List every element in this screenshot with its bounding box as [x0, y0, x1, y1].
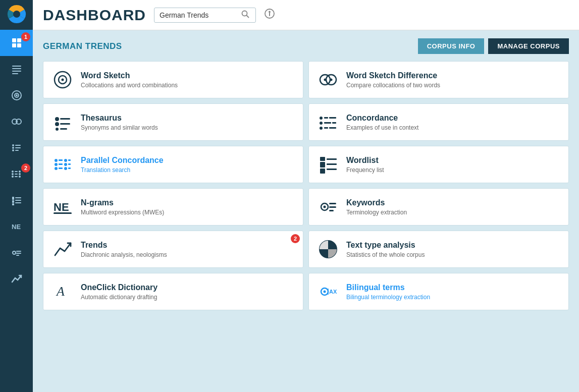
svg-rect-18	[15, 147, 21, 148]
corpus-header: GERMAN TRENDS CORPUS INFO MANAGE CORPUS	[43, 38, 569, 54]
search-button[interactable]	[240, 10, 250, 20]
svg-rect-92	[329, 210, 334, 211]
ngrams-desc: Multiword expressions (MWEs)	[81, 209, 295, 216]
tool-card-oneclick[interactable]: A OneClick Dictionary Automatic dictiona…	[43, 273, 303, 310]
keywords-name: Keywords	[346, 198, 560, 207]
tool-card-concordance[interactable]: Concordance Examples of use in context	[308, 103, 569, 141]
tool-card-ngrams[interactable]: NE N-grams Multiword expressions (MWEs)	[43, 188, 303, 226]
dashboard-area: GERMAN TRENDS CORPUS INFO MANAGE CORPUS …	[33, 30, 579, 392]
concordance-icon	[317, 111, 339, 133]
tool-card-trends[interactable]: 2 Trends Diachronic analysis, neologisms	[43, 231, 303, 268]
trends-icon	[51, 238, 74, 260]
sidebar-badge-2: 2	[21, 163, 30, 173]
svg-rect-20	[15, 150, 19, 151]
svg-text:A: A	[56, 284, 65, 299]
logo[interactable]	[0, 0, 33, 28]
word-sketch-diff-desc: Compare collocations of two words	[346, 82, 560, 89]
tool-card-bilingual[interactable]: AX Bilingual terms Bilingual terminology…	[308, 273, 569, 310]
oneclick-desc: Automatic dictionary drafting	[81, 294, 295, 301]
tool-card-word-sketch-diff[interactable]: Word Sketch Difference Compare collocati…	[308, 61, 569, 98]
parallel-concordance-name: Parallel Concordance	[81, 155, 295, 165]
sidebar-item-wordsketch[interactable]	[0, 82, 33, 108]
svg-point-74	[64, 159, 67, 162]
info-icon[interactable]	[264, 8, 275, 22]
corpus-info-button[interactable]: CORPUS INFO	[418, 38, 485, 54]
thesaurus-name: Thesaurus	[81, 113, 295, 123]
svg-rect-31	[12, 200, 14, 203]
svg-point-12	[16, 95, 17, 96]
svg-rect-16	[15, 145, 21, 146]
svg-rect-58	[60, 128, 67, 130]
wordlist-name: Wordlist	[346, 155, 560, 165]
svg-point-23	[12, 176, 14, 178]
svg-rect-6	[12, 66, 21, 67]
oneclick-icon: A	[51, 281, 74, 303]
parallel-concordance-text: Parallel Concordance Translation search	[81, 155, 295, 174]
thesaurus-desc: Synonyms and similar words	[81, 124, 295, 131]
svg-rect-79	[68, 167, 71, 169]
tools-grid: Word Sketch Collocations and word combin…	[43, 61, 569, 310]
word-sketch-icon	[51, 69, 74, 91]
trends-name: Trends	[81, 240, 295, 250]
oneclick-name: OneClick Dictionary	[81, 283, 295, 292]
svg-rect-26	[15, 176, 18, 177]
sidebar-item-wsdiff[interactable]	[0, 108, 33, 135]
svg-point-29	[19, 176, 21, 178]
search-input[interactable]	[160, 11, 240, 19]
svg-rect-4	[12, 43, 16, 47]
sidebar-item-trends[interactable]	[0, 266, 33, 292]
trends-text: Trends Diachronic analysis, neologisms	[81, 240, 295, 258]
svg-rect-82	[320, 157, 325, 161]
svg-point-75	[64, 163, 67, 166]
manage-corpus-button[interactable]: MANAGE CORPUS	[488, 38, 569, 54]
svg-point-17	[12, 147, 14, 149]
svg-rect-87	[54, 212, 72, 214]
ngrams-name: N-grams	[81, 198, 295, 207]
svg-point-21	[12, 171, 14, 173]
ngrams-icon: NE	[51, 196, 74, 218]
svg-rect-2	[12, 38, 16, 42]
sidebar-item-ngrams[interactable]: NE	[0, 213, 33, 240]
word-sketch-diff-icon	[317, 69, 339, 91]
text-type-desc: Statistics of the whole corpus	[346, 251, 560, 258]
svg-rect-66	[324, 127, 328, 129]
tool-card-parallel-concordance[interactable]: Parallel Concordance Translation search	[43, 146, 303, 183]
word-sketch-desc: Collocations and word combinations	[81, 82, 295, 89]
svg-rect-9	[12, 73, 18, 74]
sidebar-nav: 1 2 NE	[0, 30, 33, 292]
tool-card-keywords[interactable]: Keywords Terminology extraction	[308, 188, 569, 226]
svg-rect-81	[320, 162, 325, 167]
svg-rect-24	[15, 171, 18, 172]
sidebar-item-parallel[interactable]: 2	[0, 161, 33, 187]
svg-rect-72	[59, 163, 63, 165]
ngrams-text: N-grams Multiword expressions (MWEs)	[81, 198, 295, 216]
sidebar-item-concordance[interactable]	[0, 56, 33, 82]
wordlist-desc: Frequency list	[346, 166, 560, 174]
parallel-concordance-icon	[51, 153, 74, 176]
svg-point-62	[320, 122, 323, 125]
bilingual-icon: AX	[317, 281, 339, 303]
sidebar-item-thesaurus[interactable]	[0, 135, 33, 161]
svg-rect-84	[327, 163, 337, 165]
svg-point-69	[55, 163, 58, 166]
tool-card-word-sketch[interactable]: Word Sketch Collocations and word combin…	[43, 61, 303, 98]
tool-card-wordlist[interactable]: Wordlist Frequency list	[308, 146, 569, 183]
oneclick-text: OneClick Dictionary Automatic dictionary…	[81, 283, 295, 301]
svg-rect-56	[60, 123, 70, 125]
tool-card-thesaurus[interactable]: Thesaurus Synonyms and similar words	[43, 103, 303, 141]
text-type-icon	[317, 238, 339, 260]
svg-point-28	[19, 173, 21, 175]
sidebar-item-dashboard[interactable]: 1	[0, 30, 33, 56]
svg-rect-25	[15, 174, 18, 175]
svg-text:AX: AX	[329, 289, 337, 295]
tool-card-text-type[interactable]: Text type analysis Statistics of the who…	[308, 231, 569, 268]
word-sketch-diff-text: Word Sketch Difference Compare collocati…	[346, 71, 560, 89]
trends-badge: 2	[291, 234, 300, 243]
sidebar-badge-1: 1	[21, 32, 30, 41]
corpus-buttons: CORPUS INFO MANAGE CORPUS	[418, 38, 569, 54]
search-box	[154, 8, 256, 23]
sidebar-item-wordlist[interactable]	[0, 187, 33, 213]
svg-point-59	[320, 117, 323, 120]
bilingual-name: Bilingual terms	[346, 283, 560, 292]
sidebar-item-keywords[interactable]	[0, 240, 33, 266]
